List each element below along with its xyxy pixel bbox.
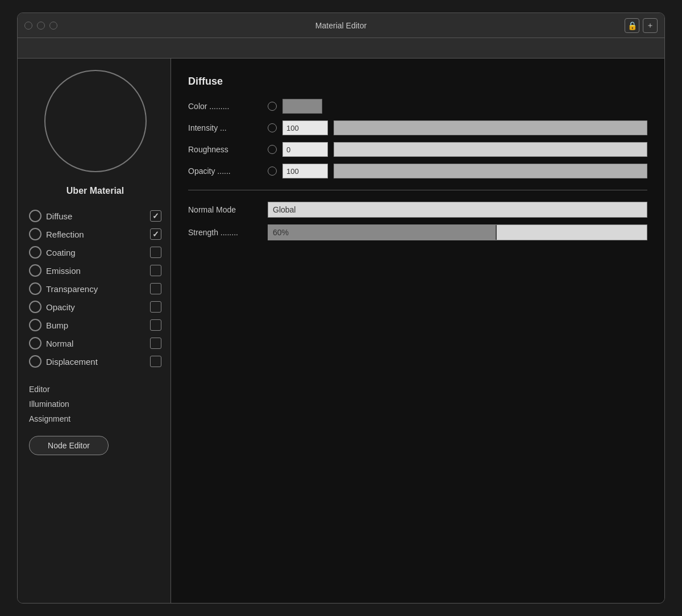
- layer-label-diffuse: Diffuse: [46, 211, 145, 221]
- layer-checkbox-diffuse[interactable]: ✓: [150, 210, 161, 222]
- opacity-property-row: Opacity ......: [188, 164, 647, 178]
- window-controls: [24, 22, 57, 30]
- opacity-toggle[interactable]: [268, 167, 277, 176]
- layer-checkbox-bump[interactable]: [150, 319, 161, 331]
- roughness-label: Roughness: [188, 145, 262, 154]
- lock-button[interactable]: 🔒: [625, 18, 639, 33]
- layer-label-displacement: Displacement: [46, 357, 145, 367]
- nav-link-assignment[interactable]: Assignment: [29, 413, 161, 424]
- opacity-slider-fill: [334, 164, 647, 178]
- layer-label-coating: Coating: [46, 248, 145, 257]
- right-panel: Diffuse Color ......... Intensity ... Ro…: [171, 59, 664, 603]
- layer-item-coating[interactable]: Coating: [29, 244, 161, 261]
- layer-checkbox-normal[interactable]: [150, 338, 161, 349]
- minimize-button[interactable]: [37, 22, 45, 30]
- material-preview-sphere: [44, 70, 147, 172]
- opacity-label: Opacity ......: [188, 167, 262, 176]
- opacity-input[interactable]: [282, 164, 328, 178]
- layer-radio-normal[interactable]: [29, 337, 41, 349]
- node-editor-button[interactable]: Node Editor: [29, 436, 109, 455]
- nav-links: Editor Illumination Assignment: [29, 384, 161, 424]
- layer-label-emission: Emission: [46, 266, 145, 276]
- strength-slider[interactable]: 60%: [268, 224, 647, 240]
- material-editor-window: Material Editor 🔒 ＋ Uber Material Diffus…: [17, 13, 665, 603]
- add-button[interactable]: ＋: [643, 18, 658, 33]
- layer-radio-bump[interactable]: [29, 319, 41, 331]
- intensity-label: Intensity ...: [188, 123, 262, 132]
- layer-label-opacity: Opacity: [46, 302, 145, 312]
- layer-item-transparency[interactable]: Transparency: [29, 280, 161, 297]
- layer-radio-reflection[interactable]: [29, 228, 41, 240]
- toolbar-strip: [18, 38, 664, 59]
- layer-radio-coating[interactable]: [29, 246, 41, 259]
- titlebar: Material Editor 🔒 ＋: [18, 13, 664, 38]
- layer-checkbox-emission[interactable]: [150, 265, 161, 276]
- roughness-property-row: Roughness: [188, 142, 647, 157]
- roughness-toggle[interactable]: [268, 145, 277, 154]
- color-swatch[interactable]: [282, 99, 322, 114]
- strength-handle: [496, 225, 497, 240]
- intensity-toggle[interactable]: [268, 123, 277, 132]
- normal-mode-dropdown[interactable]: Global: [268, 202, 647, 218]
- titlebar-actions: 🔒 ＋: [625, 18, 658, 33]
- normal-mode-row: Normal Mode Global: [188, 202, 647, 218]
- color-property-row: Color .........: [188, 99, 647, 114]
- color-label: Color .........: [188, 102, 262, 111]
- nav-link-illumination[interactable]: Illumination: [29, 398, 161, 410]
- close-button[interactable]: [24, 22, 32, 30]
- roughness-input[interactable]: [282, 142, 328, 157]
- diffuse-section-title: Diffuse: [188, 76, 647, 88]
- section-divider: [188, 190, 647, 190]
- main-content: Uber Material Diffuse ✓ Reflection ✓ Coa…: [18, 59, 664, 603]
- intensity-slider[interactable]: [334, 120, 647, 135]
- layer-item-reflection[interactable]: Reflection ✓: [29, 226, 161, 243]
- intensity-slider-fill: [334, 121, 647, 135]
- material-name: Uber Material: [29, 186, 161, 196]
- strength-row: Strength ........ 60%: [188, 224, 647, 240]
- layer-checkbox-coating[interactable]: [150, 247, 161, 258]
- intensity-input[interactable]: [282, 120, 328, 135]
- maximize-button[interactable]: [49, 22, 57, 30]
- layer-radio-displacement[interactable]: [29, 355, 41, 368]
- strength-value: 60%: [273, 228, 289, 237]
- layer-item-displacement[interactable]: Displacement: [29, 353, 161, 370]
- opacity-slider[interactable]: [334, 164, 647, 178]
- layer-item-diffuse[interactable]: Diffuse ✓: [29, 207, 161, 224]
- layer-checkbox-transparency[interactable]: [150, 283, 161, 294]
- layer-item-bump[interactable]: Bump: [29, 317, 161, 334]
- layer-radio-transparency[interactable]: [29, 282, 41, 295]
- intensity-property-row: Intensity ...: [188, 120, 647, 135]
- layer-item-opacity[interactable]: Opacity: [29, 298, 161, 315]
- normal-mode-label: Normal Mode: [188, 205, 262, 214]
- layer-label-normal: Normal: [46, 339, 145, 348]
- layer-label-bump: Bump: [46, 321, 145, 330]
- layer-radio-opacity[interactable]: [29, 301, 41, 313]
- layer-item-emission[interactable]: Emission: [29, 262, 161, 279]
- color-toggle[interactable]: [268, 102, 277, 111]
- sidebar: Uber Material Diffuse ✓ Reflection ✓ Coa…: [18, 59, 171, 603]
- layer-list: Diffuse ✓ Reflection ✓ Coating Emission: [29, 207, 161, 370]
- layer-checkbox-displacement[interactable]: [150, 356, 161, 367]
- strength-label: Strength ........: [188, 228, 262, 237]
- strength-fill: [268, 225, 496, 240]
- layer-label-reflection: Reflection: [46, 230, 145, 239]
- layer-radio-diffuse[interactable]: [29, 210, 41, 222]
- window-title: Material Editor: [315, 21, 367, 30]
- nav-link-editor[interactable]: Editor: [29, 384, 161, 395]
- roughness-slider[interactable]: [334, 142, 647, 157]
- layer-checkbox-reflection[interactable]: ✓: [150, 228, 161, 240]
- layer-item-normal[interactable]: Normal: [29, 335, 161, 352]
- layer-checkbox-opacity[interactable]: [150, 301, 161, 313]
- layer-label-transparency: Transparency: [46, 284, 145, 294]
- layer-radio-emission[interactable]: [29, 264, 41, 277]
